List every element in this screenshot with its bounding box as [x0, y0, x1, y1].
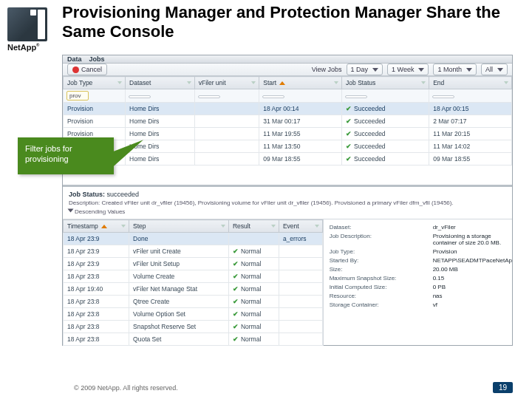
steps-col-2[interactable]: Result	[228, 220, 279, 233]
prop-row: Job Type:Provision	[330, 248, 512, 255]
job-properties: Dataset:dr_vFilerJob Description:Provisi…	[324, 219, 512, 346]
callout-filter: Filter jobs for provisioning	[18, 137, 114, 174]
table-row[interactable]: 18 Apr 23:8Volume Create✔Normal	[64, 270, 323, 283]
prop-value: vf	[433, 301, 437, 308]
prop-row: Job Description:Provisioning a storage c…	[330, 233, 512, 246]
table-row[interactable]: 18 Apr 23:8Snapshot Reserve Set✔Normal	[64, 321, 323, 333]
filter-row: prov	[64, 89, 512, 103]
table-row[interactable]: 18 Apr 23:8Qtree Create✔Normal	[64, 296, 323, 308]
prop-value: 0.15	[433, 275, 445, 282]
prop-value: Provisioning a storage container of size…	[433, 233, 512, 246]
page-number: 19	[493, 382, 513, 393]
filter-2[interactable]	[198, 95, 220, 98]
cancel-icon	[72, 66, 79, 73]
view-jobs-label: View Jobs	[312, 66, 342, 73]
job-steps-table: TimestampStepResultEvent 18 Apr 23:9Done…	[63, 219, 323, 346]
prop-row: Resource:nas	[330, 293, 512, 299]
prop-value: 20.00 MB	[433, 266, 458, 273]
job-steps-panel: TimestampStepResultEvent 18 Apr 23:9Done…	[63, 219, 324, 346]
steps-col-1[interactable]: Step	[129, 220, 229, 233]
prop-row: Maximum Snapshot Size:0.15	[330, 275, 512, 282]
filter-5[interactable]	[432, 95, 454, 98]
steps-col-3[interactable]: Event	[279, 220, 322, 233]
sort-label[interactable]: Descending Values	[75, 208, 125, 215]
prop-key: Job Description:	[330, 233, 433, 246]
jobs-col-1[interactable]: Dataset	[126, 77, 195, 89]
prop-key: Started By:	[330, 257, 433, 264]
cancel-label: Cancel	[81, 66, 102, 73]
filter-3[interactable]	[262, 95, 284, 98]
range-all[interactable]: All	[481, 64, 508, 75]
prop-value: NETAPP\SEADMTPaceNetApp	[433, 257, 512, 264]
table-row[interactable]: ProvisionHome Dirs31 Mar 00:17✔Succeeded…	[64, 115, 512, 128]
job-detail-header: Job Status: succeeded Description: Creat…	[63, 187, 512, 219]
prop-value: nas	[433, 293, 443, 299]
prop-key: Maximum Snapshot Size:	[330, 275, 433, 282]
jobs-col-2[interactable]: vFiler unit	[194, 77, 259, 89]
sort-icon[interactable]	[68, 209, 74, 213]
copyright: © 2009 NetApp. All rights reserved.	[74, 384, 178, 392]
brand-name: NetApp®	[7, 43, 52, 52]
filter-0[interactable]: prov	[66, 91, 89, 100]
table-row[interactable]: 18 Apr 23:8Quota Set✔Normal	[64, 333, 323, 346]
prop-value: Provision	[433, 248, 457, 255]
table-row[interactable]: 18 Apr 23:8Volume Option Set✔Normal	[64, 308, 323, 321]
slide-title: Provisioning Manager and Protection Mana…	[62, 3, 519, 42]
prop-key: Resource:	[330, 293, 433, 299]
status-label: Job Status:	[69, 191, 105, 198]
jobs-col-4[interactable]: Job Status	[342, 77, 429, 89]
prop-value: dr_vFiler	[433, 224, 456, 231]
job-detail-panel: Job Status: succeeded Description: Creat…	[63, 187, 512, 346]
prop-key: Dataset:	[330, 224, 433, 231]
jobs-col-5[interactable]: End	[429, 77, 512, 89]
slide-footer: © 2009 NetApp. All rights reserved. 19	[0, 382, 532, 393]
table-row[interactable]: ProvisionHome Dirs18 Apr 00:14✔Succeeded…	[64, 103, 512, 115]
status-value: succeeded	[107, 191, 140, 198]
prop-row: Size:20.00 MB	[330, 266, 512, 273]
desc-label: Description:	[69, 200, 100, 206]
prop-key: Initial Computed Size:	[330, 284, 433, 290]
brand-mark	[7, 7, 47, 41]
prop-row: Initial Computed Size:0 PB	[330, 284, 512, 290]
console-breadcrumb: Data Jobs	[63, 55, 512, 64]
prop-row: Dataset:dr_vFiler	[330, 224, 512, 231]
jobs-col-3[interactable]: Start	[259, 77, 342, 89]
jobs-col-0[interactable]: Job Type	[64, 77, 126, 89]
filter-4[interactable]	[345, 95, 367, 98]
jobs-table-panel: Job TypeDatasetvFiler unitStartJob Statu…	[63, 76, 512, 187]
filter-1[interactable]	[129, 95, 151, 98]
steps-col-0[interactable]: Timestamp	[64, 220, 129, 233]
crumb-jobs[interactable]: Jobs	[89, 55, 105, 63]
table-row[interactable]: 18 Apr 23:9vFiler Unit Setup✔Normal	[64, 258, 323, 270]
prop-key: Storage Container:	[330, 301, 433, 308]
table-row[interactable]: ProvisionHome Dirs11 Mar 19:55✔Succeeded…	[64, 128, 512, 140]
crumb-data[interactable]: Data	[67, 55, 82, 63]
prop-value: 0 PB	[433, 284, 446, 290]
range-1month[interactable]: 1 Month	[433, 64, 477, 75]
prop-row: Storage Container:vf	[330, 301, 512, 308]
cancel-button[interactable]: Cancel	[67, 64, 107, 75]
management-console: Data Jobs Cancel View Jobs 1 Day 1 Week …	[62, 55, 513, 346]
table-row[interactable]: 18 Apr 23:9vFiler unit Create✔Normal	[64, 245, 323, 258]
range-1week[interactable]: 1 Week	[387, 64, 429, 75]
table-row[interactable]: 18 Apr 23:9Donea_errors	[64, 233, 323, 245]
prop-row: Started By:NETAPP\SEADMTPaceNetApp	[330, 257, 512, 264]
range-1day[interactable]: 1 Day	[347, 64, 383, 75]
brand-logo: NetApp®	[7, 7, 52, 52]
jobs-toolbar: Cancel View Jobs 1 Day 1 Week 1 Month Al…	[63, 64, 512, 76]
prop-key: Job Type:	[330, 248, 433, 255]
prop-key: Size:	[330, 266, 433, 273]
desc-value: Created vFiler unit dr_vfiler (19456), P…	[101, 200, 453, 206]
table-row[interactable]: 18 Apr 19:40vFiler Net Manage Stat✔Norma…	[64, 283, 323, 296]
